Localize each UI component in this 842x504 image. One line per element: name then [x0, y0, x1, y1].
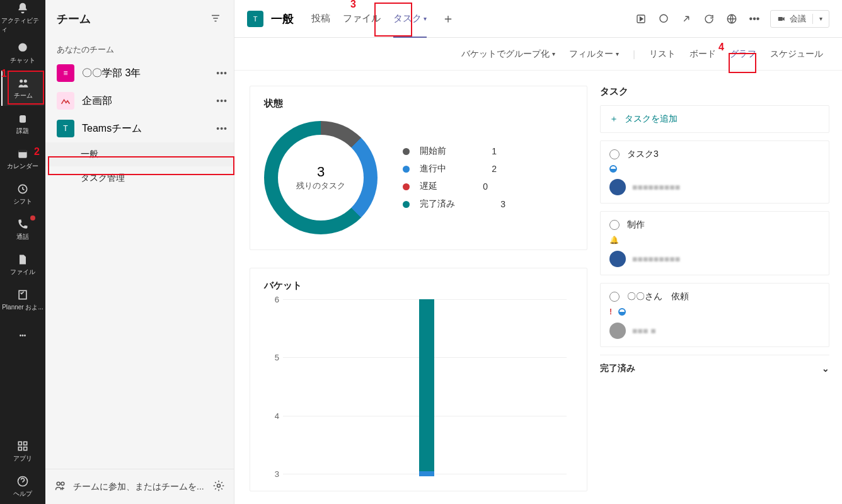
- status-donut-chart: 3 残りのタスク: [264, 121, 378, 234]
- annotation-label-1: 1: [1, 68, 7, 79]
- annotation-label-3: 3: [350, 0, 356, 10]
- progress-icon: [618, 308, 626, 316]
- team-more-icon[interactable]: •••: [216, 68, 228, 78]
- clock-icon: [16, 182, 30, 196]
- svg-rect-11: [24, 447, 27, 450]
- team-more-icon[interactable]: •••: [216, 96, 228, 106]
- annotation-box-1: [8, 71, 44, 105]
- rail-shifts[interactable]: シフト: [1, 176, 44, 212]
- bucket-bar-progress: [419, 471, 434, 476]
- legend-dot-icon: [403, 183, 410, 190]
- rail-help[interactable]: ヘルプ: [1, 469, 44, 504]
- complete-radio[interactable]: [609, 292, 620, 302]
- bell-icon: [16, 1, 30, 15]
- globe-icon[interactable]: [725, 12, 739, 26]
- bucket-bar: [419, 299, 434, 476]
- meet-button[interactable]: 会議▾: [770, 10, 829, 28]
- bell-icon: 🔔: [609, 236, 619, 244]
- team-name: 〇〇学部 3年: [82, 67, 141, 80]
- rail-apps[interactable]: アプリ: [1, 433, 44, 469]
- task-title: 〇〇さん 依頼: [627, 291, 689, 302]
- join-team-icon[interactable]: [54, 479, 67, 494]
- svg-rect-5: [18, 150, 26, 152]
- popout-icon[interactable]: [679, 12, 693, 26]
- gear-icon[interactable]: [212, 479, 225, 494]
- rail-files[interactable]: ファイル: [1, 247, 44, 282]
- rail-label: シフト: [13, 197, 32, 206]
- annotation-box-3: [374, 3, 412, 37]
- legend-dot-icon: [403, 148, 410, 155]
- assignee-name: ■■■■■■■■■: [632, 254, 680, 264]
- more-icon[interactable]: •••: [747, 12, 761, 26]
- filter-icon[interactable]: [210, 13, 222, 25]
- remaining-label: 残りのタスク: [296, 180, 345, 192]
- annotation-box-4: [729, 53, 756, 73]
- section-your-teams: あなたのチーム: [45, 38, 234, 59]
- svg-point-15: [217, 484, 221, 488]
- rail-label: 通話: [16, 232, 29, 241]
- svg-point-0: [18, 43, 26, 52]
- assignee-name: ■■■■■■■■■: [632, 182, 680, 192]
- team-row-1[interactable]: 企画部•••: [45, 87, 234, 115]
- team-row-2[interactable]: TTeamsチーム•••: [45, 115, 234, 142]
- remaining-count: 3: [296, 164, 345, 180]
- panel-header: チーム: [45, 0, 234, 38]
- filter-dropdown[interactable]: フィルター▾: [569, 49, 619, 60]
- complete-radio[interactable]: [609, 149, 620, 159]
- chat-icon[interactable]: [657, 12, 671, 26]
- annotation-label-2: 2: [34, 146, 40, 158]
- rail-activity[interactable]: アクティビティ: [1, 0, 44, 35]
- chart-cards-column[interactable]: 状態 3 残りのタスク 開始前1 進行中2 遅延0 完了済み3: [234, 71, 587, 504]
- join-team-label[interactable]: チームに参加、またはチームを...: [73, 481, 204, 493]
- team-more-icon[interactable]: •••: [216, 123, 228, 134]
- view-schedule[interactable]: スケジュール: [770, 49, 823, 60]
- priority-icon: !: [609, 307, 612, 316]
- chevron-down-icon: ▾: [552, 50, 555, 57]
- svg-rect-7: [19, 290, 26, 299]
- tab-posts[interactable]: 投稿: [311, 0, 330, 38]
- bucket-card-title: バケット: [264, 280, 573, 292]
- task-card[interactable]: 制作 🔔 ■■■■■■■■■: [600, 211, 829, 275]
- view-board[interactable]: ボード: [689, 49, 716, 60]
- content: 状態 3 残りのタスク 開始前1 進行中2 遅延0 完了済み3: [234, 71, 842, 504]
- teams-panel: チーム あなたのチーム ≡〇〇学部 3年••• 企画部••• TTeamsチーム…: [45, 0, 234, 504]
- rail-label: 課題: [16, 127, 29, 135]
- rail-chat[interactable]: チャット: [1, 35, 44, 71]
- group-by-dropdown[interactable]: バケットでグループ化▾: [461, 49, 555, 60]
- task-card[interactable]: タスク3 ■■■■■■■■■: [600, 140, 829, 203]
- team-avatar: [57, 92, 74, 110]
- rail-planner[interactable]: Planner およ...: [1, 282, 44, 318]
- task-card[interactable]: 〇〇さん 依頼 ! ■■■ ■: [600, 283, 829, 347]
- annotation-label-4: 4: [718, 42, 724, 53]
- bucket-card: バケット 6 5 4 3: [250, 268, 587, 491]
- done-section[interactable]: 完了済み⌄: [600, 355, 829, 374]
- rail-more[interactable]: •••: [1, 318, 44, 353]
- help-icon: [16, 474, 30, 488]
- view-list[interactable]: リスト: [649, 49, 676, 60]
- chevron-down-icon: ⌄: [822, 364, 829, 374]
- backpack-icon: [16, 112, 30, 125]
- rail-label: アクティビティ: [1, 16, 44, 34]
- channel-avatar: T: [247, 11, 263, 27]
- complete-radio[interactable]: [609, 220, 620, 230]
- add-task-button[interactable]: ＋タスクを追加: [600, 105, 829, 133]
- svg-point-17: [660, 14, 667, 22]
- refresh-icon[interactable]: [702, 12, 716, 26]
- task-title: タスク3: [627, 149, 659, 160]
- legend-dot-icon: [403, 201, 410, 208]
- svg-rect-10: [18, 447, 21, 450]
- rail-assignments[interactable]: 課題: [1, 106, 44, 141]
- annotation-box-2: [48, 156, 234, 175]
- rail-calls[interactable]: 通話: [1, 212, 44, 247]
- phone-icon: [16, 217, 30, 231]
- team-row-0[interactable]: ≡〇〇学部 3年•••: [45, 59, 234, 87]
- team-name: Teamsチーム: [82, 122, 142, 135]
- app-icon[interactable]: [634, 12, 648, 26]
- svg-rect-8: [18, 442, 21, 445]
- avatar: [609, 179, 626, 195]
- topbar: T 一般 投稿 ファイル タスク▾ ＋ ••• 会議▾: [234, 0, 842, 38]
- status-legend: 開始前1 進行中2 遅延0 完了済み3: [403, 139, 505, 216]
- add-tab-button[interactable]: ＋: [442, 10, 454, 27]
- team-avatar: ≡: [57, 64, 74, 82]
- task-list-column[interactable]: タスク ＋タスクを追加 タスク3 ■■■■■■■■■ 制作 🔔 ■■■■■■■■…: [587, 71, 842, 504]
